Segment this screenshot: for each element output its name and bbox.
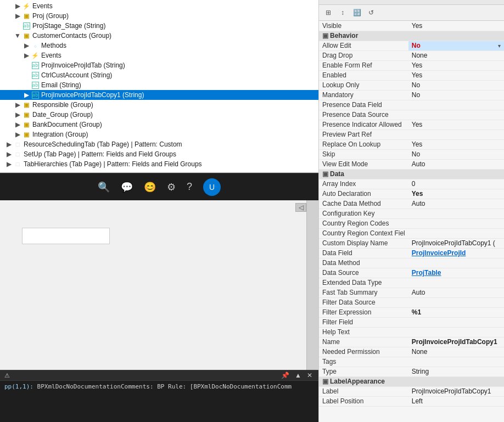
tree-item-label: CtrlCustAccount (String) <box>41 71 112 79</box>
props-section-header[interactable]: ▣Behavior <box>319 31 504 41</box>
error-content: pp(1,1): BPXmlDocNoDocumentationComments… <box>0 381 318 419</box>
properties-panel: ⊞ ↕ 🔡 ↺ Visible Yes ▣Behavior Allow Edit… <box>318 0 504 422</box>
prop-value[interactable] <box>408 317 504 327</box>
tree-item-label: SetUp (Tab Page) | Pattern: Fields and F… <box>24 150 176 158</box>
prop-value[interactable] <box>408 209 504 218</box>
prop-value[interactable]: Yes <box>408 21 504 31</box>
tree-item[interactable]: ▶ ▣ Responsible (Group) <box>0 100 318 110</box>
tree-item[interactable]: ▶ ⚡ Events <box>0 1 318 11</box>
table-row: Label ProjInvoiceProjIdTabCopy1 <box>319 386 504 396</box>
table-row: Type String <box>319 367 504 376</box>
prop-key: Lookup Only <box>319 80 408 90</box>
tree-item[interactable]: ab Email (String) <box>0 80 318 90</box>
table-row: Auto Declaration Yes <box>319 189 504 199</box>
tree-item[interactable]: ▶ ▣ Integration (Group) <box>0 130 318 139</box>
prop-key: Allow Edit <box>319 41 408 50</box>
tree-item[interactable]: ab ProjStage_Stage (String) <box>0 21 318 31</box>
prop-key: Help Text <box>319 327 408 337</box>
tree-item[interactable]: ▶ □ SetUp (Tab Page) | Pattern: Fields a… <box>0 149 318 159</box>
tree-item[interactable]: ▶ □ TabHierarchies (Tab Page) | Pattern:… <box>0 159 318 169</box>
props-btn-sort[interactable]: ↕ <box>337 7 349 19</box>
prop-value[interactable] <box>408 130 504 139</box>
tree-expand-icon: ▼ <box>13 32 22 40</box>
tree-expand-icon: ▶ <box>4 160 13 168</box>
prop-value[interactable]: Auto <box>408 199 504 209</box>
prop-value[interactable]: No <box>408 149 504 159</box>
prop-value[interactable] <box>408 327 504 337</box>
tree-node-icon: ▣ <box>22 130 31 139</box>
prop-value[interactable]: Yes <box>408 139 504 149</box>
props-section-header[interactable]: ▣LabelAppearance <box>319 376 504 386</box>
prop-value[interactable] <box>408 278 504 288</box>
prop-value[interactable]: ProjInvoiceProjIdTabCopy1 <box>408 386 504 396</box>
tree-item[interactable]: ▶ ▣ BankDocument (Group) <box>0 120 318 130</box>
table-row: Allow Edit No▾ <box>319 41 504 50</box>
tree-item[interactable]: ▶ □ ResourceSchedulingTab (Tab Page) | P… <box>0 139 318 149</box>
search-icon[interactable]: 🔍 <box>98 181 110 193</box>
prop-value[interactable]: ProjInvoiceProjIdTabCopy1 ( <box>408 238 504 248</box>
props-btn-refresh[interactable]: ↺ <box>365 7 377 19</box>
table-row: Mandatory No <box>319 90 504 100</box>
tree-item[interactable]: ▶ ▣ Date_Group (Group) <box>0 110 318 120</box>
panel-close-button[interactable]: ✕ <box>305 372 314 379</box>
settings-icon[interactable]: ⚙ <box>167 181 176 193</box>
tree-item[interactable]: ▶ ⚡ Events <box>0 50 318 60</box>
prop-key: Array Index <box>319 179 408 189</box>
prop-value[interactable]: No▾ <box>408 41 504 50</box>
tree-item[interactable]: ▶ ▣ Proj (Group) <box>0 11 318 21</box>
prop-value[interactable]: 0 <box>408 179 504 189</box>
tree-item[interactable]: ▶ ab ProjInvoiceProjIdTabCopy1 (String) <box>0 90 318 100</box>
tree-item[interactable]: ▼ ▣ CustomerContacts (Group) <box>0 31 318 41</box>
table-row: Presence Data Field <box>319 100 504 110</box>
tree-item[interactable]: ab CtrlCustAccount (String) <box>0 70 318 80</box>
pin-button[interactable]: 📌 <box>279 372 291 379</box>
tree-item-label: CustomerContacts (Group) <box>32 32 111 40</box>
prop-value[interactable] <box>408 297 504 307</box>
prop-value[interactable]: ProjInvoiceProjIdTabCopy1 <box>408 337 504 347</box>
tree-item[interactable]: ▶ ⬦ Methods <box>0 41 318 50</box>
help-icon[interactable]: ? <box>187 181 192 193</box>
table-row: Label Position Left <box>319 396 504 406</box>
prop-value[interactable]: Left <box>408 396 504 406</box>
prop-value[interactable]: ProjInvoiceProjId <box>408 248 504 258</box>
prop-value[interactable] <box>408 357 504 367</box>
chat-icon[interactable]: 💬 <box>121 181 133 193</box>
tree-item-label: Integration (Group) <box>32 131 88 138</box>
related-info-tab[interactable] <box>306 200 318 370</box>
table-row: Filter Data Source <box>319 297 504 307</box>
prop-value[interactable] <box>408 218 504 228</box>
tree-item-label: Events <box>41 52 61 59</box>
prop-key: Extended Data Type <box>319 278 408 288</box>
prop-value[interactable]: Auto <box>408 159 504 169</box>
table-row: Data Method <box>319 258 504 268</box>
tree-node-icon: ab <box>31 81 40 89</box>
prop-value[interactable]: Yes <box>408 70 504 80</box>
prop-value[interactable] <box>408 100 504 110</box>
tree-item[interactable]: ab ProjInvoiceProjIdTab (String) <box>0 60 318 70</box>
panel-expand-button[interactable]: ▲ <box>293 372 303 379</box>
emoji-icon[interactable]: 😊 <box>144 181 156 193</box>
prop-value[interactable]: No <box>408 90 504 100</box>
tree-node-icon: ⬦ <box>31 41 40 50</box>
prop-value[interactable]: Yes <box>408 60 504 70</box>
prop-value[interactable] <box>408 228 504 238</box>
prop-value[interactable]: None <box>408 50 504 60</box>
prop-value[interactable]: Auto <box>408 288 504 297</box>
props-btn-filter[interactable]: 🔡 <box>351 7 363 19</box>
table-row: Lookup Only No <box>319 80 504 90</box>
prop-value[interactable]: String <box>408 367 504 376</box>
prop-value[interactable] <box>408 110 504 120</box>
prop-value[interactable]: %1 <box>408 307 504 317</box>
prop-value[interactable]: ProjTable <box>408 268 504 278</box>
prop-value[interactable]: Yes <box>408 189 504 199</box>
prop-value[interactable]: Yes <box>408 120 504 130</box>
user-avatar[interactable]: U <box>203 178 221 196</box>
prop-value[interactable]: No <box>408 80 504 90</box>
section-label: ▣Behavior <box>319 31 504 41</box>
error-panel-header: ⚠ 📌 ▲ ✕ <box>0 370 318 381</box>
prop-value[interactable] <box>408 258 504 268</box>
props-section-header[interactable]: ▣Data <box>319 169 504 179</box>
table-row: Preview Part Ref <box>319 130 504 139</box>
props-btn-grid[interactable]: ⊞ <box>322 7 334 19</box>
prop-value[interactable]: None <box>408 347 504 357</box>
